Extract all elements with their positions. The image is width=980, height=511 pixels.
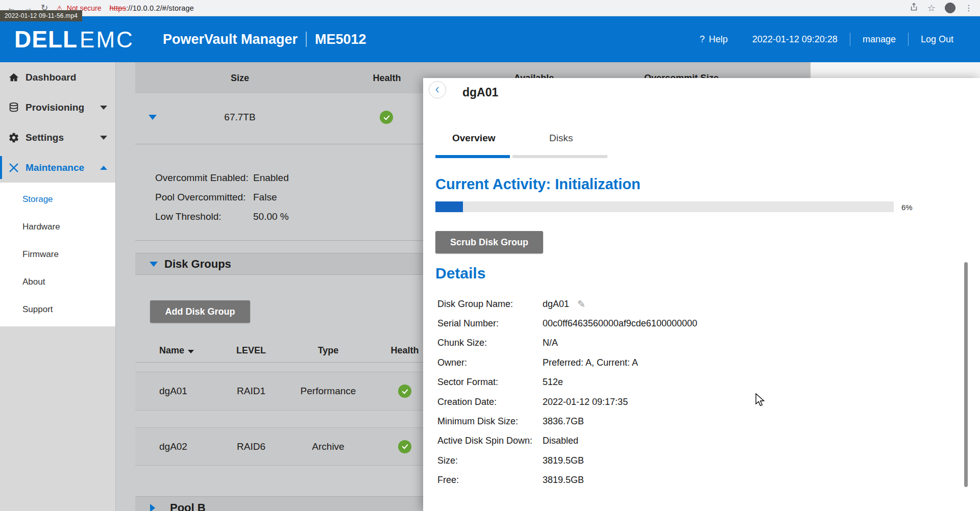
- sidebar-item-firmware[interactable]: Firmware: [0, 241, 115, 268]
- dg-col-name[interactable]: Name: [159, 340, 194, 361]
- logout-button[interactable]: Log Out: [909, 34, 966, 45]
- dg-level: RAID1: [237, 386, 265, 397]
- url-scheme: https: [110, 4, 126, 12]
- detail-label: Disk Group Name:: [437, 299, 543, 310]
- sidebar-item-storage[interactable]: Storage: [0, 186, 115, 213]
- initialization-progress-bar: [435, 201, 894, 212]
- progress-percent-label: 6%: [901, 203, 913, 212]
- detail-value: 2022-01-12 09:17:35: [543, 397, 628, 407]
- detail-label: Owner:: [437, 357, 543, 368]
- dg-type: Performance: [301, 386, 356, 397]
- sub-item-label: Firmware: [22, 249, 59, 260]
- col-size: Size: [231, 72, 249, 83]
- active-tab-indicator: [435, 155, 510, 158]
- detail-row-serial-number: Serial Number: 00c0ff6463560000af9cde610…: [437, 314, 949, 333]
- detail-label: Sector Format:: [437, 377, 543, 388]
- chevron-left-icon: [433, 86, 442, 94]
- bookmark-star-icon[interactable]: ☆: [927, 4, 936, 13]
- dg-level: RAID6: [237, 441, 265, 452]
- address-bar[interactable]: https://10.0.0.2/#/storage: [110, 4, 194, 12]
- detail-label: Serial Number:: [437, 318, 543, 329]
- detail-row-owner: Owner: Preferred: A, Current: A: [437, 353, 949, 372]
- tools-icon: [8, 162, 19, 173]
- detail-row-disk-group-name: Disk Group Name: dgA01 ✎: [437, 294, 949, 314]
- sub-item-label: Hardware: [22, 222, 60, 232]
- sidebar-nav: Dashboard Provisioning Settings Maintena…: [0, 62, 116, 511]
- app-header: DELL EMC PowerVault Manager ME5012 ?Help…: [0, 16, 980, 62]
- header-actions: ?Help 2022-01-12 09:20:28 manage Log Out: [688, 33, 966, 46]
- detail-label: Chunk Size:: [437, 338, 543, 348]
- detail-value: N/A: [543, 338, 558, 348]
- detail-label: Active Disk Spin Down:: [437, 436, 543, 446]
- app-title-text: PowerVault Manager: [163, 32, 298, 47]
- sidebar-item-label: Settings: [26, 132, 64, 143]
- tab-track: [512, 155, 607, 158]
- panel-back-button[interactable]: [429, 81, 446, 98]
- dg-health-ok-icon: [398, 385, 411, 398]
- user-menu[interactable]: manage: [850, 34, 908, 45]
- add-disk-group-button[interactable]: Add Disk Group: [150, 300, 250, 323]
- dg-col-level: LEVEL: [236, 340, 266, 361]
- dg-health-ok-icon: [398, 440, 411, 453]
- dg-col-type: Type: [318, 340, 339, 361]
- share-icon[interactable]: [910, 3, 918, 14]
- pool-overcommitted-label: Pool Overcommitted:: [155, 192, 246, 203]
- tab-disks[interactable]: Disks: [549, 133, 573, 144]
- dg-name: dgA02: [159, 441, 187, 452]
- browser-menu-icon[interactable]: ⋮: [965, 4, 973, 12]
- sidebar-item-support[interactable]: Support: [0, 296, 115, 323]
- pool-expander-icon[interactable]: [149, 115, 157, 120]
- detail-value: Preferred: A, Current: A: [543, 357, 638, 368]
- maintenance-submenu: Storage Hardware Firmware About Support: [0, 183, 115, 326]
- pool-b-title: Pool B: [170, 501, 206, 511]
- progress-fill: [435, 201, 463, 212]
- tab-overview[interactable]: Overview: [452, 133, 496, 144]
- active-indicator: [0, 156, 2, 179]
- sidebar-item-hardware[interactable]: Hardware: [0, 213, 115, 241]
- sidebar-item-settings[interactable]: Settings: [0, 122, 115, 152]
- detail-value: 3819.5GB: [543, 475, 584, 486]
- url-path: ://10.0.0.2/#/storage: [126, 4, 194, 12]
- disk-groups-expander-icon[interactable]: [150, 262, 158, 267]
- emc-wordmark: EMC: [80, 27, 134, 53]
- detail-label: Size:: [437, 455, 543, 466]
- scrub-disk-group-button[interactable]: Scrub Disk Group: [435, 231, 543, 253]
- detail-row-sector-format: Sector Format: 512e: [437, 373, 949, 392]
- detail-row-size: Size: 3819.5GB: [437, 451, 949, 470]
- browser-toolbar: ← → ↻ ⚠ Not secure https://10.0.0.2/#/st…: [0, 0, 980, 16]
- panel-title: dgA01: [462, 86, 498, 99]
- sidebar-item-about[interactable]: About: [0, 268, 115, 296]
- pool-health-ok-icon: [380, 111, 393, 124]
- edit-icon[interactable]: ✎: [577, 298, 585, 310]
- dell-emc-logo: DELL EMC: [14, 25, 134, 53]
- sidebar-item-maintenance[interactable]: Maintenance: [0, 152, 115, 183]
- low-threshold-label: Low Threshold:: [155, 211, 222, 222]
- browser-avatar[interactable]: [945, 3, 955, 13]
- help-button[interactable]: ?Help: [688, 34, 740, 45]
- pool-overcommitted-value: False: [253, 192, 277, 203]
- sub-item-label: Support: [22, 304, 53, 315]
- overcommit-enabled-value: Enabled: [253, 172, 289, 184]
- detail-value: Disabled: [543, 436, 578, 446]
- screen: ← → ↻ ⚠ Not secure https://10.0.0.2/#/st…: [0, 0, 980, 511]
- detail-row-free: Free: 3819.5GB: [437, 471, 949, 490]
- sidebar-item-provisioning[interactable]: Provisioning: [0, 92, 115, 122]
- disk-groups-title: Disk Groups: [164, 258, 231, 271]
- detail-value: 3819.5GB: [543, 455, 584, 466]
- low-threshold-value: 50.00 %: [253, 211, 289, 222]
- chevron-down-icon: [100, 106, 107, 110]
- detail-value: 3836.7GB: [543, 416, 584, 427]
- disk-group-detail-panel: dgA01 Overview Disks Current Activity: I…: [423, 78, 980, 511]
- panel-scrollbar[interactable]: [964, 262, 968, 487]
- col-health: Health: [373, 72, 401, 83]
- detail-row-minimum-disk-size: Minimum Disk Size: 3836.7GB: [437, 412, 949, 431]
- system-datetime: 2022-01-12 09:20:28: [740, 34, 850, 45]
- sidebar-item-label: Provisioning: [26, 102, 84, 113]
- provisioning-stack-icon: [8, 102, 19, 113]
- detail-row-chunk-size: Chunk Size: N/A: [437, 334, 949, 353]
- details-list: Disk Group Name: dgA01 ✎ Serial Number: …: [437, 294, 949, 490]
- sub-item-label: About: [22, 277, 45, 287]
- sidebar-item-dashboard[interactable]: Dashboard: [0, 62, 115, 92]
- detail-row-creation-date: Creation Date: 2022-01-12 09:17:35: [437, 392, 949, 412]
- pool-b-expander-icon[interactable]: [150, 504, 155, 511]
